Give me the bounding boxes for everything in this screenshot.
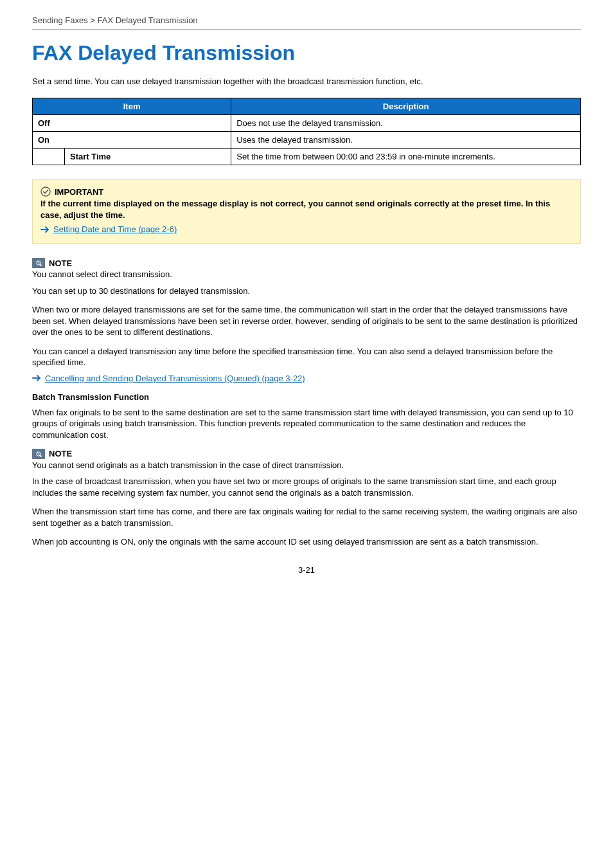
note2-p4: When job accounting is ON, only the orig… (32, 536, 581, 548)
note1-p3: When two or more delayed transmissions a… (32, 304, 581, 338)
important-heading: IMPORTANT (55, 187, 103, 197)
intro-text: Set a send time. You can use delayed tra… (32, 77, 581, 86)
batch-heading: Batch Transmission Function (32, 392, 581, 402)
svg-point-0 (41, 187, 50, 196)
table-row: Start Time Set the time from between 00:… (33, 149, 581, 165)
row-on-label: On (33, 132, 231, 149)
arrow-right-icon (40, 226, 49, 233)
page-number: 3-21 (0, 565, 613, 575)
cancelling-sending-link[interactable]: Cancelling and Sending Delayed Transmiss… (45, 374, 305, 383)
note-heading: NOTE (49, 449, 72, 458)
table-header-item: Item (33, 98, 231, 115)
note-icon (32, 258, 45, 268)
row-start-time-desc: Set the time from between 00:00 and 23:5… (231, 149, 581, 165)
note1-p1: You cannot select direct transmission. (32, 269, 581, 280)
note2-p3: When the transmission start time has com… (32, 506, 581, 529)
important-box: IMPORTANT If the current time displayed … (32, 179, 581, 244)
table-row: Off Does not use the delayed transmissio… (33, 115, 581, 132)
breadcrumb: Sending Faxes > FAX Delayed Transmission (32, 15, 581, 29)
note2-p2: In the case of broadcast transmission, w… (32, 476, 581, 498)
row-off-desc: Does not use the delayed transmission. (231, 115, 581, 132)
row-start-time-indent (33, 149, 65, 165)
table-header-description: Description (231, 98, 581, 115)
check-circle-icon (40, 186, 51, 197)
note2-p1: You cannot send originals as a batch tra… (32, 460, 581, 471)
divider (32, 29, 581, 30)
important-body: If the current time displayed on the mes… (40, 198, 573, 221)
note1-p4: You can cancel a delayed transmission an… (32, 346, 581, 368)
row-start-time-label: Start Time (65, 149, 231, 165)
row-on-desc: Uses the delayed transmission. (231, 132, 581, 149)
settings-table: Item Description Off Does not use the de… (32, 98, 581, 165)
note-heading: NOTE (49, 258, 72, 268)
arrow-right-icon (32, 375, 41, 381)
svg-point-2 (40, 264, 42, 266)
svg-point-4 (40, 455, 42, 457)
setting-date-time-link[interactable]: Setting Date and Time (page 2-6) (53, 224, 177, 234)
batch-p1: When fax originals to be sent to the sam… (32, 407, 581, 441)
row-off-label: Off (33, 115, 231, 132)
table-row: On Uses the delayed transmission. (33, 132, 581, 149)
page-title: FAX Delayed Transmission (32, 41, 581, 65)
note1-p2: You can set up to 30 destinations for de… (32, 285, 581, 297)
note-icon (32, 449, 45, 459)
